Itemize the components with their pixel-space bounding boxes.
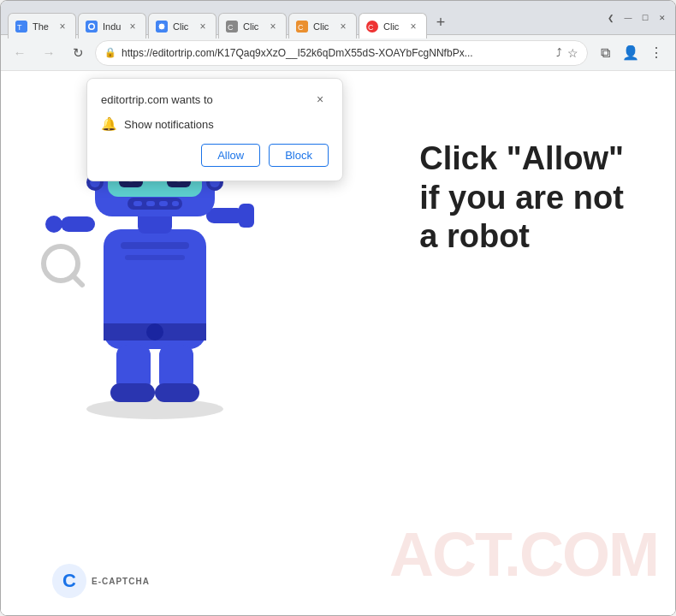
svg-rect-14 [61, 216, 95, 232]
tab-3-title: Clic [173, 21, 192, 32]
tab-5-close[interactable]: × [337, 21, 349, 33]
svg-point-20 [146, 323, 163, 341]
tab-1-title: The [33, 21, 51, 32]
popup-close-button[interactable]: × [311, 91, 329, 108]
back-button[interactable]: ← [8, 41, 32, 65]
svg-rect-21 [121, 242, 189, 249]
svg-rect-33 [159, 201, 168, 206]
tab-6[interactable]: C Clic × [359, 13, 427, 38]
cta-text: Click "Allow" if you are not a robot [419, 139, 624, 257]
popup-buttons: Allow Block [101, 144, 329, 167]
extension-button[interactable]: ⧉ [593, 41, 617, 65]
allow-button[interactable]: Allow [201, 144, 260, 167]
maximize-button[interactable]: ☐ [639, 12, 651, 24]
tab-4-close[interactable]: × [267, 21, 279, 33]
svg-line-47 [73, 275, 82, 285]
notification-popup: editortrip.com wants to × 🔔 Show notific… [86, 78, 343, 181]
svg-rect-31 [133, 201, 142, 206]
svg-rect-22 [125, 255, 185, 260]
tab-3-close[interactable]: × [197, 21, 209, 33]
tab-4-title: Clic [243, 21, 262, 32]
new-tab-button[interactable]: + [429, 10, 453, 34]
tab-6-close[interactable]: × [407, 21, 419, 33]
tab-1-close[interactable]: × [56, 21, 68, 33]
tab-2-close[interactable]: × [127, 21, 139, 33]
close-button[interactable]: ✕ [656, 12, 668, 24]
captcha-logo: C E-CAPTCHA [52, 564, 150, 598]
bookmark-icon[interactable]: ☆ [567, 46, 578, 60]
minimize-button[interactable]: — [622, 12, 634, 24]
title-bar: T The × Indu × Clic × C Clic × C C [1, 1, 675, 35]
url-text: https://editortrip.com/K17Qaq9xXzO__I52k… [122, 47, 551, 59]
popup-header: editortrip.com wants to × [101, 91, 329, 108]
svg-text:C: C [228, 23, 234, 32]
profile-button[interactable]: 👤 [619, 41, 643, 65]
tab-1[interactable]: T The × [8, 13, 76, 38]
browser-window: T The × Indu × Clic × C Clic × C C [0, 0, 676, 616]
tab-5-title: Clic [313, 21, 332, 32]
svg-rect-34 [172, 201, 179, 206]
svg-rect-44 [110, 383, 155, 402]
svg-rect-17 [239, 204, 254, 228]
svg-text:C: C [368, 23, 374, 32]
address-bar[interactable]: 🔒 https://editortrip.com/K17Qaq9xXzO__I5… [95, 40, 588, 66]
svg-point-6 [158, 23, 165, 30]
block-button[interactable]: Block [269, 144, 329, 167]
tab-5[interactable]: C Clic × [288, 13, 357, 38]
share-icon: ⤴ [556, 46, 562, 59]
svg-point-4 [90, 24, 94, 28]
window-controls: ❮ — ☐ ✕ [605, 12, 668, 24]
cta-text-content: Click "Allow" if you are not a robot [419, 140, 624, 254]
notification-row: 🔔 Show notifications [101, 116, 329, 132]
tab-strip: T The × Indu × Clic × C Clic × C C [8, 1, 602, 34]
captcha-logo-icon: C [52, 564, 86, 598]
svg-text:C: C [298, 23, 304, 32]
tab-4[interactable]: C Clic × [218, 13, 287, 38]
toolbar-actions: ⧉ 👤 ⋮ [593, 41, 668, 65]
popup-title: editortrip.com wants to [101, 93, 213, 106]
svg-text:T: T [17, 23, 22, 32]
forward-button[interactable]: → [37, 41, 61, 65]
lock-icon: 🔒 [104, 47, 116, 58]
svg-rect-32 [146, 201, 155, 206]
captcha-label: E-CAPTCHA [92, 577, 150, 586]
reload-button[interactable]: ↻ [66, 41, 90, 65]
tab-2-title: Indu [103, 21, 122, 32]
tab-scroll-left-icon[interactable]: ❮ [605, 12, 617, 24]
svg-rect-45 [155, 383, 199, 402]
svg-point-13 [86, 399, 223, 419]
menu-button[interactable]: ⋮ [644, 41, 668, 65]
toolbar: ← → ↻ 🔒 https://editortrip.com/K17Qaq9xX… [1, 35, 675, 71]
notification-label: Show notifications [124, 118, 214, 131]
watermark-text: ACT.COM [389, 519, 658, 589]
page-content: Click "Allow" if you are not a robot ACT… [1, 71, 675, 615]
tab-6-title: Clic [383, 21, 402, 32]
tab-2[interactable]: Indu × [78, 13, 146, 38]
tab-3[interactable]: Clic × [148, 13, 216, 38]
svg-point-15 [45, 216, 62, 233]
bell-icon: 🔔 [101, 116, 117, 132]
